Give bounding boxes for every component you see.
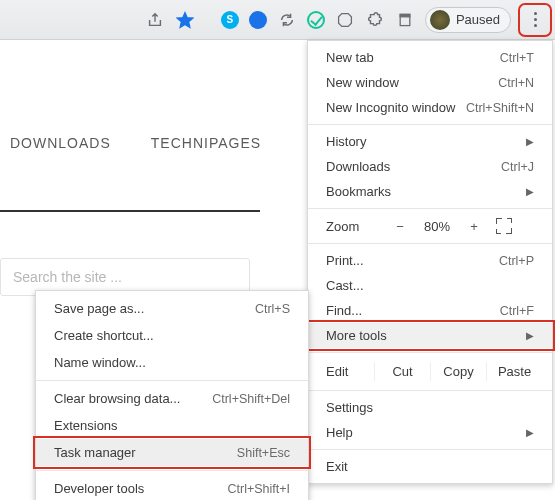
label: Exit xyxy=(326,459,348,474)
label: Cast... xyxy=(326,278,364,293)
shortcut: Ctrl+Shift+I xyxy=(227,482,290,496)
sync-icon[interactable] xyxy=(277,10,297,30)
bookmark-star-icon[interactable] xyxy=(175,10,195,30)
label: Name window... xyxy=(54,355,146,370)
separator xyxy=(36,380,308,381)
site-nav-link[interactable]: TECHNIPAGES xyxy=(151,135,261,151)
svg-marker-0 xyxy=(177,12,192,26)
separator xyxy=(308,390,552,391)
edit-label: Edit xyxy=(326,364,374,379)
submenu-task-manager[interactable]: Task manager Shift+Esc xyxy=(36,439,308,466)
share-icon[interactable] xyxy=(145,10,165,30)
browser-toolbar: S Paused xyxy=(0,0,555,40)
submenu-developer-tools[interactable]: Developer tools Ctrl+Shift+I xyxy=(36,475,308,500)
label: Developer tools xyxy=(54,481,144,496)
submenu-clear-browsing-data[interactable]: Clear browsing data... Ctrl+Shift+Del xyxy=(36,385,308,412)
skype-extension-icon[interactable]: S xyxy=(221,11,239,29)
label: Downloads xyxy=(326,159,390,174)
zoom-out-button[interactable]: − xyxy=(388,219,412,234)
shortcut: Ctrl+T xyxy=(500,51,534,65)
shortcut: Ctrl+S xyxy=(255,302,290,316)
avatar-icon xyxy=(430,10,450,30)
shortcut: Ctrl+Shift+Del xyxy=(212,392,290,406)
site-nav-link[interactable]: DOWNLOADS xyxy=(10,135,111,151)
shortcut: Ctrl+J xyxy=(501,160,534,174)
chrome-menu-button[interactable] xyxy=(521,6,549,34)
adblock-extension-icon[interactable] xyxy=(335,10,355,30)
separator xyxy=(308,208,552,209)
label: Settings xyxy=(326,400,373,415)
label: New tab xyxy=(326,50,374,65)
profile-chip[interactable]: Paused xyxy=(425,7,511,33)
separator xyxy=(308,124,552,125)
submenu-extensions[interactable]: Extensions xyxy=(36,412,308,439)
divider xyxy=(0,210,260,212)
label: Create shortcut... xyxy=(54,328,154,343)
zoom-in-button[interactable]: + xyxy=(462,219,486,234)
more-tools-submenu: Save page as... Ctrl+S Create shortcut..… xyxy=(35,290,309,500)
label: New Incognito window xyxy=(326,100,455,115)
menu-settings[interactable]: Settings xyxy=(308,395,552,420)
site-nav: DOWNLOADS TECHNIPAGES xyxy=(0,135,261,151)
chevron-right-icon: ▶ xyxy=(526,330,534,341)
menu-find[interactable]: Find... Ctrl+F xyxy=(308,298,552,323)
label: Clear browsing data... xyxy=(54,391,180,406)
chevron-right-icon: ▶ xyxy=(526,186,534,197)
shortcut: Ctrl+F xyxy=(500,304,534,318)
separator xyxy=(36,470,308,471)
submenu-save-page[interactable]: Save page as... Ctrl+S xyxy=(36,295,308,322)
zoom-percent: 80% xyxy=(416,219,458,234)
edit-paste-button[interactable]: Paste xyxy=(486,362,542,381)
label: New window xyxy=(326,75,399,90)
reading-list-icon[interactable] xyxy=(395,10,415,30)
separator xyxy=(308,352,552,353)
label: Task manager xyxy=(54,445,136,460)
menu-cast[interactable]: Cast... xyxy=(308,273,552,298)
shortcut: Shift+Esc xyxy=(237,446,290,460)
submenu-create-shortcut[interactable]: Create shortcut... xyxy=(36,322,308,349)
chevron-right-icon: ▶ xyxy=(526,427,534,438)
menu-zoom-row: Zoom − 80% + xyxy=(308,213,552,239)
separator xyxy=(308,449,552,450)
menu-more-tools[interactable]: More tools ▶ xyxy=(308,323,552,348)
edit-copy-button[interactable]: Copy xyxy=(430,362,486,381)
shortcut: Ctrl+Shift+N xyxy=(466,101,534,115)
menu-edit-row: Edit Cut Copy Paste xyxy=(308,357,552,386)
submenu-name-window[interactable]: Name window... xyxy=(36,349,308,376)
separator xyxy=(308,243,552,244)
extensions-puzzle-icon[interactable] xyxy=(365,10,385,30)
menu-help[interactable]: Help ▶ xyxy=(308,420,552,445)
label: Extensions xyxy=(54,418,118,433)
menu-new-incognito[interactable]: New Incognito window Ctrl+Shift+N xyxy=(308,95,552,120)
label: Bookmarks xyxy=(326,184,391,199)
chrome-menu: New tab Ctrl+T New window Ctrl+N New Inc… xyxy=(307,40,553,484)
menu-history[interactable]: History ▶ xyxy=(308,129,552,154)
svg-rect-3 xyxy=(400,14,410,16)
svg-marker-1 xyxy=(339,13,352,26)
edit-cut-button[interactable]: Cut xyxy=(374,362,430,381)
label: Find... xyxy=(326,303,362,318)
video-extension-icon[interactable] xyxy=(249,11,267,29)
search-placeholder: Search the site ... xyxy=(13,269,122,285)
grammarly-extension-icon[interactable] xyxy=(307,11,325,29)
label: Help xyxy=(326,425,353,440)
profile-status-label: Paused xyxy=(456,12,500,27)
menu-downloads[interactable]: Downloads Ctrl+J xyxy=(308,154,552,179)
label: More tools xyxy=(326,328,387,343)
menu-bookmarks[interactable]: Bookmarks ▶ xyxy=(308,179,552,204)
menu-print[interactable]: Print... Ctrl+P xyxy=(308,248,552,273)
label: History xyxy=(326,134,366,149)
label: Print... xyxy=(326,253,364,268)
zoom-label: Zoom xyxy=(326,219,384,234)
label: Save page as... xyxy=(54,301,144,316)
fullscreen-icon[interactable] xyxy=(496,218,512,234)
menu-new-window[interactable]: New window Ctrl+N xyxy=(308,70,552,95)
shortcut: Ctrl+P xyxy=(499,254,534,268)
menu-new-tab[interactable]: New tab Ctrl+T xyxy=(308,45,552,70)
shortcut: Ctrl+N xyxy=(498,76,534,90)
menu-exit[interactable]: Exit xyxy=(308,454,552,479)
chevron-right-icon: ▶ xyxy=(526,136,534,147)
kebab-icon xyxy=(534,12,537,27)
